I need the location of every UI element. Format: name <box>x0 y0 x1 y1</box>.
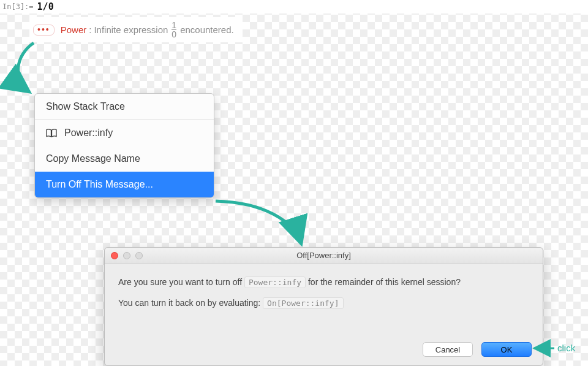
ok-button[interactable]: OK <box>481 342 532 357</box>
dialog-body: Are you sure you want to turn off Power:… <box>105 264 543 327</box>
dialog-hint-before: You can turn it back on by evaluating: <box>118 298 260 308</box>
dialog-title: Off[Power::infy] <box>105 251 543 260</box>
menu-copy-message-name[interactable]: Copy Message Name <box>35 146 214 172</box>
dialog-q-before: Are you sure you want to turn off <box>118 277 242 287</box>
message-pre: Infinite expression <box>94 25 168 35</box>
fraction-icon: 1 0 <box>170 21 178 39</box>
menu-documentation[interactable]: Power::infy <box>35 120 214 146</box>
zoom-icon <box>135 252 143 259</box>
message-ellipsis-button[interactable]: ••• <box>33 25 55 36</box>
dialog-buttons: Cancel OK <box>423 342 532 357</box>
menu-item-label: Power::infy <box>64 128 113 139</box>
fraction-num: 1 <box>172 21 176 29</box>
menu-show-stack-trace[interactable]: Show Stack Trace <box>35 94 214 120</box>
dialog-hint-chip: On[Power::infy] <box>263 297 343 309</box>
message-context-menu: Show Stack Trace Power::infy Copy Messag… <box>34 93 214 198</box>
minimize-icon <box>123 252 130 259</box>
confirm-dialog: Off[Power::infy] Are you sure you want t… <box>104 247 543 366</box>
menu-turn-off-message[interactable]: Turn Off This Message... <box>35 172 214 197</box>
dialog-hint: You can turn it back on by evaluating: O… <box>118 298 529 308</box>
cancel-button[interactable]: Cancel <box>423 342 473 357</box>
menu-item-label: Turn Off This Message... <box>46 179 153 190</box>
dialog-question: Are you sure you want to turn off Power:… <box>118 277 529 287</box>
message-colon: : <box>89 25 91 35</box>
fraction-den: 0 <box>172 29 176 39</box>
dialog-titlebar: Off[Power::infy] <box>105 248 543 264</box>
message-tag: Power <box>61 25 87 35</box>
close-icon[interactable] <box>111 252 118 259</box>
menu-item-label: Show Stack Trace <box>46 101 125 112</box>
input-label: In[3]:= <box>2 2 34 11</box>
message-text: Power: Infinite expression 1 0 encounter… <box>61 21 234 39</box>
message-row: ••• Power: Infinite expression 1 0 encou… <box>29 17 243 42</box>
message-post: encountered. <box>180 25 234 35</box>
menu-item-label: Copy Message Name <box>46 153 140 164</box>
click-annotation: click <box>557 343 575 353</box>
input-code[interactable]: 1/0 <box>37 1 54 12</box>
book-icon <box>46 129 57 137</box>
dialog-q-chip: Power::infy <box>244 276 306 288</box>
traffic-lights <box>111 252 143 259</box>
dialog-q-after: for the remainder of this kernel session… <box>308 277 461 287</box>
notebook-input-row: In[3]:= 1/0 <box>0 0 588 13</box>
